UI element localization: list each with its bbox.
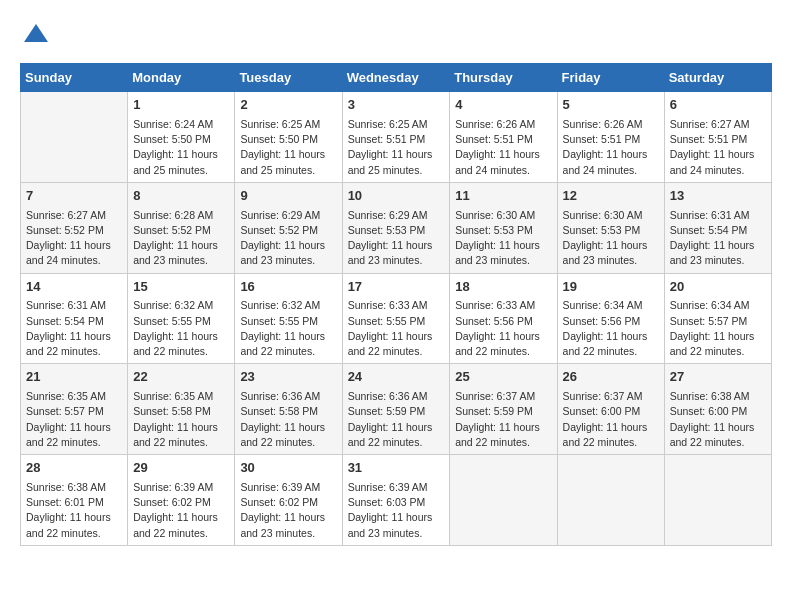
cell-info-line: Daylight: 11 hours [563,420,659,435]
cell-info-line: Sunrise: 6:34 AM [670,298,766,313]
day-number: 15 [133,278,229,297]
weekday-header-sunday: Sunday [21,64,128,92]
calendar-cell: 24Sunrise: 6:36 AMSunset: 5:59 PMDayligh… [342,364,450,455]
calendar-cell: 4Sunrise: 6:26 AMSunset: 5:51 PMDaylight… [450,92,557,183]
calendar-cell: 27Sunrise: 6:38 AMSunset: 6:00 PMDayligh… [664,364,771,455]
svg-marker-0 [24,24,48,42]
calendar-cell: 13Sunrise: 6:31 AMSunset: 5:54 PMDayligh… [664,182,771,273]
day-number: 19 [563,278,659,297]
day-number: 16 [240,278,336,297]
calendar-cell: 10Sunrise: 6:29 AMSunset: 5:53 PMDayligh… [342,182,450,273]
calendar-cell: 23Sunrise: 6:36 AMSunset: 5:58 PMDayligh… [235,364,342,455]
calendar-cell: 5Sunrise: 6:26 AMSunset: 5:51 PMDaylight… [557,92,664,183]
cell-info-line: Sunset: 5:57 PM [670,314,766,329]
cell-info-line: and 22 minutes. [26,344,122,359]
cell-info-line: Sunset: 5:51 PM [455,132,551,147]
cell-info-line: and 25 minutes. [348,163,445,178]
day-number: 18 [455,278,551,297]
calendar-cell: 7Sunrise: 6:27 AMSunset: 5:52 PMDaylight… [21,182,128,273]
weekday-header-friday: Friday [557,64,664,92]
calendar-cell: 6Sunrise: 6:27 AMSunset: 5:51 PMDaylight… [664,92,771,183]
cell-info-line: Sunrise: 6:27 AM [670,117,766,132]
weekday-header-thursday: Thursday [450,64,557,92]
cell-info-line: and 23 minutes. [133,253,229,268]
day-number: 10 [348,187,445,206]
cell-info-line: Daylight: 11 hours [240,238,336,253]
calendar-cell [557,455,664,546]
calendar-table: SundayMondayTuesdayWednesdayThursdayFrid… [20,63,772,546]
cell-info-line: Sunset: 6:01 PM [26,495,122,510]
cell-info-line: Sunrise: 6:39 AM [240,480,336,495]
cell-info-line: Sunrise: 6:27 AM [26,208,122,223]
cell-info-line: Sunrise: 6:29 AM [348,208,445,223]
cell-info-line: Daylight: 11 hours [133,510,229,525]
cell-info-line: Sunset: 5:50 PM [133,132,229,147]
cell-info-line: Sunrise: 6:38 AM [26,480,122,495]
calendar-cell: 20Sunrise: 6:34 AMSunset: 5:57 PMDayligh… [664,273,771,364]
cell-info-line: and 23 minutes. [240,526,336,541]
cell-info-line: and 22 minutes. [133,526,229,541]
cell-info-line: Sunrise: 6:37 AM [563,389,659,404]
cell-info-line: Sunset: 6:02 PM [133,495,229,510]
cell-info-line: Daylight: 11 hours [133,420,229,435]
calendar-cell: 18Sunrise: 6:33 AMSunset: 5:56 PMDayligh… [450,273,557,364]
cell-info-line: Sunrise: 6:25 AM [240,117,336,132]
cell-info-line: Sunrise: 6:37 AM [455,389,551,404]
day-number: 5 [563,96,659,115]
calendar-cell: 16Sunrise: 6:32 AMSunset: 5:55 PMDayligh… [235,273,342,364]
calendar-cell: 12Sunrise: 6:30 AMSunset: 5:53 PMDayligh… [557,182,664,273]
cell-info-line: and 22 minutes. [240,435,336,450]
weekday-header-tuesday: Tuesday [235,64,342,92]
cell-info-line: and 22 minutes. [348,344,445,359]
cell-info-line: Sunrise: 6:36 AM [348,389,445,404]
page-header [20,20,772,53]
cell-info-line: and 24 minutes. [670,163,766,178]
cell-info-line: Daylight: 11 hours [133,147,229,162]
day-number: 23 [240,368,336,387]
cell-info-line: and 22 minutes. [563,344,659,359]
day-number: 4 [455,96,551,115]
cell-info-line: Sunset: 5:51 PM [670,132,766,147]
cell-info-line: Sunset: 5:55 PM [133,314,229,329]
cell-info-line: Daylight: 11 hours [240,510,336,525]
cell-info-line: Daylight: 11 hours [455,329,551,344]
day-number: 17 [348,278,445,297]
cell-info-line: Daylight: 11 hours [348,329,445,344]
calendar-cell [21,92,128,183]
cell-info-line: Sunset: 5:56 PM [455,314,551,329]
cell-info-line: Daylight: 11 hours [133,329,229,344]
cell-info-line: Daylight: 11 hours [26,420,122,435]
calendar-cell: 8Sunrise: 6:28 AMSunset: 5:52 PMDaylight… [128,182,235,273]
cell-info-line: Sunset: 5:55 PM [240,314,336,329]
day-number: 30 [240,459,336,478]
cell-info-line: Sunset: 5:51 PM [348,132,445,147]
cell-info-line: Sunset: 5:59 PM [348,404,445,419]
day-number: 1 [133,96,229,115]
day-number: 3 [348,96,445,115]
weekday-header-wednesday: Wednesday [342,64,450,92]
calendar-cell: 22Sunrise: 6:35 AMSunset: 5:58 PMDayligh… [128,364,235,455]
day-number: 22 [133,368,229,387]
cell-info-line: Sunrise: 6:38 AM [670,389,766,404]
day-number: 20 [670,278,766,297]
cell-info-line: and 25 minutes. [240,163,336,178]
cell-info-line: Sunset: 5:53 PM [348,223,445,238]
cell-info-line: Sunrise: 6:26 AM [563,117,659,132]
calendar-cell: 9Sunrise: 6:29 AMSunset: 5:52 PMDaylight… [235,182,342,273]
weekday-header-monday: Monday [128,64,235,92]
cell-info-line: Sunrise: 6:31 AM [26,298,122,313]
cell-info-line: Sunrise: 6:33 AM [455,298,551,313]
day-number: 7 [26,187,122,206]
day-number: 14 [26,278,122,297]
cell-info-line: and 22 minutes. [240,344,336,359]
cell-info-line: Sunset: 6:00 PM [670,404,766,419]
day-number: 28 [26,459,122,478]
cell-info-line: Daylight: 11 hours [670,329,766,344]
cell-info-line: and 22 minutes. [563,435,659,450]
calendar-cell: 19Sunrise: 6:34 AMSunset: 5:56 PMDayligh… [557,273,664,364]
calendar-cell: 30Sunrise: 6:39 AMSunset: 6:02 PMDayligh… [235,455,342,546]
cell-info-line: Daylight: 11 hours [563,147,659,162]
cell-info-line: Sunrise: 6:29 AM [240,208,336,223]
cell-info-line: Sunrise: 6:32 AM [240,298,336,313]
cell-info-line: Daylight: 11 hours [455,420,551,435]
